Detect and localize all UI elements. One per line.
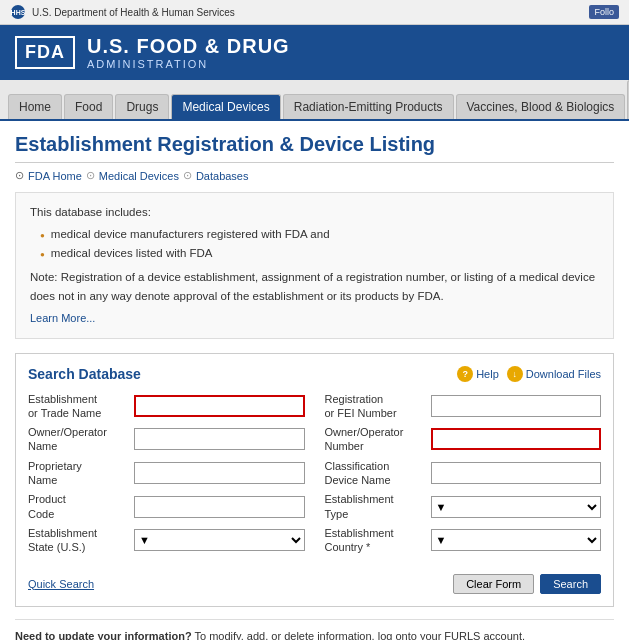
form-row-owner-number: Owner/OperatorNumber — [325, 425, 602, 454]
label-establishment-name: Establishmentor Trade Name — [28, 392, 128, 421]
page-content: Establishment Registration & Device List… — [0, 121, 629, 640]
form-grid: Establishmentor Trade Name Owner/Operato… — [28, 392, 601, 560]
input-registration-number[interactable] — [431, 395, 602, 417]
fda-logo: FDA — [15, 36, 75, 69]
form-row-establishment-type: EstablishmentType ▼ — [325, 492, 602, 521]
form-row-owner-name: Owner/OperatorName — [28, 425, 305, 454]
fda-title: U.S. FOOD & DRUG ADMINISTRATION — [87, 35, 290, 70]
select-establishment-state[interactable]: ▼ — [134, 529, 305, 551]
nav-bar: Home Food Drugs Medical Devices Radiatio… — [0, 80, 629, 121]
form-row-registration-number: Registrationor FEI Number — [325, 392, 602, 421]
label-establishment-country: EstablishmentCountry * — [325, 526, 425, 555]
form-row-establishment-country: EstablishmentCountry * ▼ — [325, 526, 602, 555]
input-classification-device[interactable] — [431, 462, 602, 484]
form-row-product-code: ProductCode — [28, 492, 305, 521]
breadcrumb-databases[interactable]: Databases — [196, 170, 249, 182]
info-item-1: medical device manufacturers registered … — [40, 225, 599, 243]
info-note: Note: Registration of a device establish… — [30, 268, 599, 305]
form-row-establishment-name: Establishmentor Trade Name — [28, 392, 305, 421]
form-row-classification-device: ClassificationDevice Name — [325, 459, 602, 488]
search-header: Search Database ? Help ↓ Download Files — [28, 366, 601, 382]
help-label: Help — [476, 368, 499, 380]
help-button[interactable]: ? Help — [457, 366, 499, 382]
search-actions: ? Help ↓ Download Files — [457, 366, 601, 382]
label-product-code: ProductCode — [28, 492, 128, 521]
input-establishment-name[interactable] — [134, 395, 305, 417]
label-registration-number: Registrationor FEI Number — [325, 392, 425, 421]
form-right-col: Registrationor FEI Number Owner/Operator… — [325, 392, 602, 560]
learn-more-link[interactable]: Learn More... — [30, 312, 95, 324]
form-actions: Quick Search Clear Form Search — [28, 568, 601, 594]
download-button[interactable]: ↓ Download Files — [507, 366, 601, 382]
svg-text:HHS: HHS — [11, 9, 26, 16]
help-icon: ? — [457, 366, 473, 382]
breadcrumb-icon: ⊙ — [15, 169, 24, 182]
quick-search-link[interactable]: Quick Search — [28, 578, 94, 590]
search-title: Search Database — [28, 366, 141, 382]
gov-bar-text: U.S. Department of Health & Human Servic… — [32, 7, 235, 18]
download-icon: ↓ — [507, 366, 523, 382]
nav-tab-home[interactable]: Home — [8, 94, 62, 119]
nav-tab-drugs[interactable]: Drugs — [115, 94, 169, 119]
breadcrumb-fda-home[interactable]: FDA Home — [28, 170, 82, 182]
breadcrumb: ⊙ FDA Home ⊙ Medical Devices ⊙ Databases — [15, 169, 614, 182]
hhs-icon: HHS — [10, 4, 26, 20]
breadcrumb-sep1: ⊙ — [86, 169, 95, 182]
label-owner-name: Owner/OperatorName — [28, 425, 128, 454]
clear-form-button[interactable]: Clear Form — [453, 574, 534, 594]
label-classification-device: ClassificationDevice Name — [325, 459, 425, 488]
bottom-notice-text: To modify, add, or delete information, l… — [192, 630, 525, 640]
nav-tab-food[interactable]: Food — [64, 94, 113, 119]
page-title: Establishment Registration & Device List… — [15, 133, 614, 163]
search-section: Search Database ? Help ↓ Download Files … — [15, 353, 614, 607]
info-list: medical device manufacturers registered … — [30, 225, 599, 262]
search-button[interactable]: Search — [540, 574, 601, 594]
label-owner-number: Owner/OperatorNumber — [325, 425, 425, 454]
label-establishment-type: EstablishmentType — [325, 492, 425, 521]
breadcrumb-medical-devices[interactable]: Medical Devices — [99, 170, 179, 182]
input-owner-name[interactable] — [134, 428, 305, 450]
fda-sub-title: ADMINISTRATION — [87, 58, 290, 70]
bottom-notice: Need to update your information? To modi… — [15, 619, 614, 640]
breadcrumb-sep2: ⊙ — [183, 169, 192, 182]
follow-button[interactable]: Follo — [589, 5, 619, 19]
label-proprietary-name: ProprietaryName — [28, 459, 128, 488]
form-row-establishment-state: EstablishmentState (U.S.) ▼ — [28, 526, 305, 555]
input-product-code[interactable] — [134, 496, 305, 518]
form-row-proprietary-name: ProprietaryName — [28, 459, 305, 488]
select-establishment-type[interactable]: ▼ — [431, 496, 602, 518]
form-buttons: Clear Form Search — [453, 574, 601, 594]
label-establishment-state: EstablishmentState (U.S.) — [28, 526, 128, 555]
input-proprietary-name[interactable] — [134, 462, 305, 484]
gov-bar: HHS U.S. Department of Health & Human Se… — [0, 0, 629, 25]
info-item-2: medical devices listed with FDA — [40, 244, 599, 262]
bottom-notice-bold: Need to update your information? — [15, 630, 192, 640]
info-intro: This database includes: — [30, 203, 599, 221]
nav-tab-radiation[interactable]: Radiation-Emitting Products — [283, 94, 454, 119]
input-owner-number[interactable] — [431, 428, 602, 450]
nav-tab-vaccines[interactable]: Vaccines, Blood & Biologics — [456, 94, 626, 119]
form-left-col: Establishmentor Trade Name Owner/Operato… — [28, 392, 305, 560]
download-label: Download Files — [526, 368, 601, 380]
select-establishment-country[interactable]: ▼ — [431, 529, 602, 551]
fda-main-title: U.S. FOOD & DRUG — [87, 35, 290, 58]
nav-tab-medical-devices[interactable]: Medical Devices — [171, 94, 280, 119]
fda-header: FDA U.S. FOOD & DRUG ADMINISTRATION — [0, 25, 629, 80]
info-box: This database includes: medical device m… — [15, 192, 614, 339]
